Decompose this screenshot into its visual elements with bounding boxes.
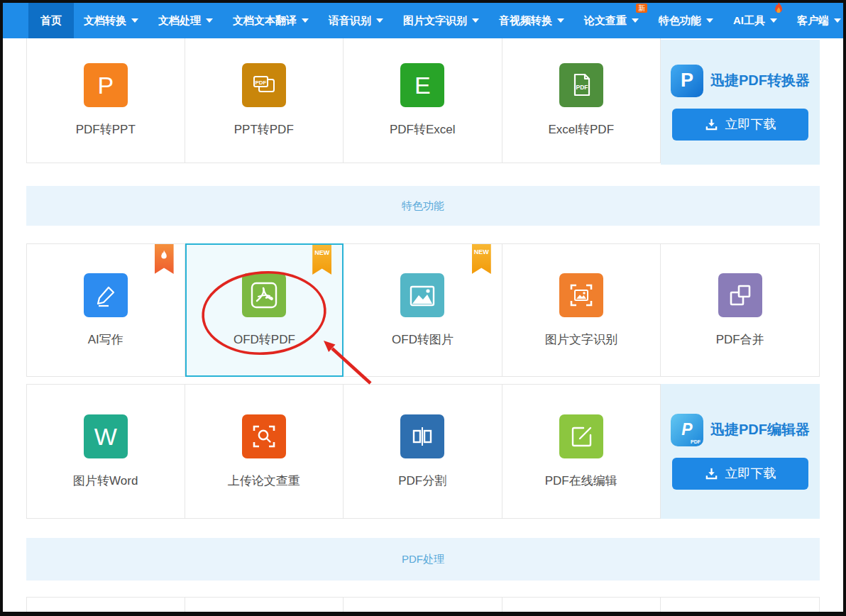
new-ribbon: NEW [472,244,491,274]
svg-text:PDF: PDF [255,79,266,86]
nav-item-label: 首页 [40,14,62,28]
bottom-grid [26,597,820,612]
download-label: 立即下载 [725,465,776,482]
logo-letter: P [681,70,693,92]
nav-item-label: 客户端 [797,14,829,28]
chevron-down-icon [302,18,309,23]
pdf-online-edit-icon [559,414,603,458]
tile-ofd-to-image[interactable]: NEW OFD转图片 [344,243,502,377]
nav-item-paper-check[interactable]: 论文查重 新 [574,3,649,38]
tile-image-ocr[interactable]: 图片文字识别 [502,243,661,377]
tile-label: PDF转Excel [390,121,456,138]
converter-download-button[interactable]: 立即下载 [672,109,808,141]
nav-item-label: 图片文字识别 [403,14,467,28]
chevron-down-icon [706,18,713,23]
tile-cutoff[interactable] [185,597,344,612]
flame-icon [773,3,784,16]
paper-check-icon [242,414,286,458]
nav-item-client[interactable]: 客户端 [787,3,843,38]
nav-item-label: AI工具 [733,14,765,28]
nav-item-label: 文档转换 [84,14,126,28]
tools-grid: W 图片转Word 上传论文查重 [26,384,661,519]
tile-label: 上传论文查重 [228,473,300,489]
tile-label: PPT转PDF [234,121,294,138]
ribbon-label: NEW [474,248,489,255]
chevron-down-icon [834,18,841,23]
logo-sub-label: PDF [691,439,701,444]
nav-item-doc-process[interactable]: 文档处理 [148,3,223,38]
editor-promo-panel: P PDF 迅捷PDF编辑器 立即下载 [661,384,820,519]
tile-letter: W [94,424,117,449]
nav-item-label: 论文查重 [584,14,627,28]
nav-item-special-features[interactable]: 特色功能 [649,3,723,38]
tile-pdf-to-excel[interactable]: E PDF转Excel [344,38,502,163]
logo-letter: P [681,420,692,439]
ribbon-label: NEW [314,249,329,256]
svg-text:PDF: PDF [576,84,588,91]
chevron-down-icon [770,18,777,23]
chevron-down-icon [131,18,138,23]
tile-ofd-to-pdf[interactable]: NEW OFD转PDF [185,243,344,377]
tile-cutoff[interactable] [661,597,820,612]
nav-item-home[interactable]: 首页 [28,3,74,38]
hot-flame-ribbon [155,244,174,274]
tile-cutoff[interactable] [502,597,661,612]
chevron-down-icon [557,18,564,23]
tile-label: PDF转PPT [76,121,136,138]
tile-label: 图片文字识别 [545,331,617,348]
converter-promo-panel: P 迅捷PDF转换器 立即下载 [661,40,820,165]
nav-item-av-convert[interactable]: 音视频转换 [489,3,574,38]
chevron-down-icon [206,18,213,23]
pdf-to-excel-icon: E [400,63,444,107]
tile-pdf-merge[interactable]: PDF合并 [661,243,820,377]
nav-item-label: 特色功能 [659,14,701,28]
tile-cutoff[interactable] [26,597,185,612]
tile-letter: E [414,73,431,97]
nav-item-doc-convert[interactable]: 文档转换 [74,3,148,38]
converter-logo: P [671,65,703,97]
tile-label: OFD转PDF [234,331,295,348]
chevron-down-icon [472,18,479,23]
editor-panel-title: 迅捷PDF编辑器 [710,420,810,439]
tile-excel-to-pdf[interactable]: PDF Excel转PDF [502,38,661,163]
nav-item-image-ocr[interactable]: 图片文字识别 [393,3,489,38]
banner-label: 特色功能 [402,199,444,213]
new-ribbon: NEW [312,245,331,275]
nav-item-label: 语音识别 [329,14,371,28]
nav-item-speech-recognition[interactable]: 语音识别 [319,3,393,38]
tile-label: OFD转图片 [392,331,454,348]
editor-download-button[interactable]: 立即下载 [672,458,808,490]
editor-logo: P PDF [671,414,703,446]
new-badge: 新 [636,4,647,13]
download-label: 立即下载 [725,116,776,133]
tile-label: PDF在线编辑 [545,473,617,489]
image-ocr-icon [559,273,603,317]
tile-pdf-online-edit[interactable]: PDF在线编辑 [502,384,661,519]
tile-image-to-word[interactable]: W 图片转Word [26,384,185,519]
pdf-merge-icon [718,273,762,317]
tile-pdf-to-ppt[interactable]: P PDF转PPT [26,38,185,163]
tile-upload-paper-check[interactable]: 上传论文查重 [185,384,344,519]
tile-ai-writing[interactable]: AI写作 [26,243,185,377]
download-icon [705,467,718,480]
tile-label: Excel转PDF [548,121,614,138]
nav-item-ai-tools[interactable]: AI工具 [723,3,787,38]
converter-grid: P PDF转PPT PDF PPT转PDF E PDF转Excel [26,38,661,163]
image-to-word-icon: W [84,414,128,458]
tile-label: PDF合并 [716,331,764,348]
page: 首页 文档转换 文档处理 文档文本翻译 语音识别 图片文字识别 音视频转换 论文… [3,3,843,612]
chevron-down-icon [376,18,383,23]
ppt-to-pdf-icon: PDF [242,63,286,107]
tile-label: AI写作 [88,331,123,348]
tile-cutoff[interactable] [344,597,502,612]
chevron-down-icon [632,18,639,23]
pdf-split-icon [400,414,444,458]
flame-icon [160,250,168,261]
top-navigation: 首页 文档转换 文档处理 文档文本翻译 语音识别 图片文字识别 音视频转换 论文… [3,3,843,38]
nav-item-doc-translate[interactable]: 文档文本翻译 [223,3,319,38]
tile-label: 图片转Word [73,473,138,489]
ofd-to-image-icon [400,273,444,317]
tile-ppt-to-pdf[interactable]: PDF PPT转PDF [185,38,344,163]
nav-item-label: 文档文本翻译 [233,14,297,28]
tile-pdf-split[interactable]: PDF分割 [344,384,502,519]
